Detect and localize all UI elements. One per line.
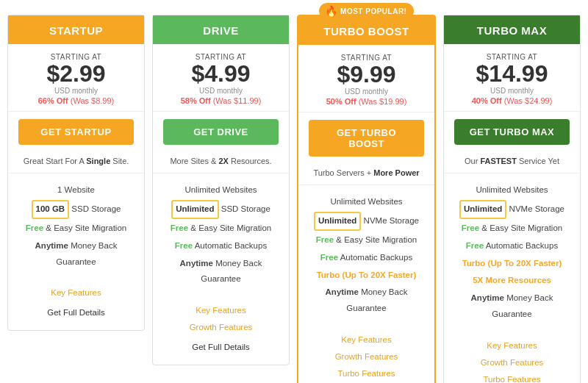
price-period: USD monthly: [15, 87, 137, 95]
plan-link[interactable]: Growth Features: [451, 354, 573, 371]
feature-row: 100 GB SSD Storage: [15, 200, 137, 219]
feature-row: Free & Easy Site Migration: [306, 232, 427, 248]
plan-features-drive: Unlimited WebsitesUnlimited SSD StorageF…: [153, 173, 289, 298]
plan-pricing-turbo-max: STARTING AT $14.99 USD monthly 40% Off (…: [444, 44, 580, 112]
bold-feature: Anytime: [35, 241, 68, 250]
cta-button-turbo-max[interactable]: GET TURBO MAX: [454, 119, 570, 145]
feature-row: Free & Easy Site Migration: [160, 221, 282, 237]
feature-row: Turbo (Up To 20X Faster): [306, 268, 427, 284]
feature-text: Unlimited Websites: [184, 185, 257, 194]
highlight-box: Unlimited: [459, 200, 506, 219]
full-details-link[interactable]: Get Full Details: [15, 304, 137, 321]
free-label: Free: [316, 235, 334, 244]
plan-features-startup: 1 Website100 GB SSD StorageFree & Easy S…: [8, 173, 144, 280]
plan-link[interactable]: Turbo Features: [306, 365, 427, 382]
free-label: Free: [466, 241, 484, 250]
most-popular-label: MOST POPULAR!: [340, 7, 406, 15]
full-details-link[interactable]: Get Full Details: [160, 339, 282, 356]
bold-feature: Anytime: [471, 293, 504, 302]
feature-row: Anytime Money Back Guarantee: [160, 256, 282, 288]
plan-header-drive: DRIVE: [153, 15, 289, 44]
plan-pricing-turbo-boost: STARTING AT $9.99 USD monthly 50% Off (W…: [298, 45, 434, 112]
feature-row: Unlimited NVMe Storage: [306, 212, 427, 231]
plan-link[interactable]: Growth Features: [160, 319, 282, 336]
discount-label: 50% Off (Was $19.99): [306, 97, 427, 106]
free-label: Free: [175, 241, 193, 250]
feature-text: 1 Website: [57, 185, 95, 194]
feature-row: Free Automatic Backups: [451, 238, 573, 254]
most-popular-badge: 🔥 MOST POPULAR!: [319, 3, 415, 19]
plan-link[interactable]: Turbo Features: [451, 371, 573, 383]
pricing-plans: STARTUP STARTING AT $2.99 USD monthly 66…: [7, 15, 581, 383]
feature-row: Free & Easy Site Migration: [15, 221, 137, 237]
plan-card-turbo-boost: 🔥 MOST POPULAR! TURBO BOOST STARTING AT …: [297, 15, 436, 383]
plan-card-startup: STARTUP STARTING AT $2.99 USD monthly 66…: [7, 15, 145, 331]
feature-row: Free & Easy Site Migration: [451, 221, 573, 237]
price-period: USD monthly: [160, 87, 282, 95]
plan-tagline-turbo-max: Our FASTEST Service Yet: [444, 152, 580, 173]
orange-feature: Turbo (Up To 20X Faster): [317, 271, 417, 279]
plan-links-turbo-max: Key FeaturesGrowth FeaturesTurbo Feature…: [444, 333, 580, 383]
price-period: USD monthly: [306, 87, 427, 96]
plan-link[interactable]: Key Features: [15, 284, 137, 301]
orange-feature: 5X More Resources: [473, 276, 551, 284]
plan-price: $2.99: [15, 61, 137, 87]
feature-row: Anytime Money Back Guarantee: [451, 290, 573, 323]
discount-label: 40% Off (Was $24.99): [451, 96, 573, 105]
feature-row: Unlimited Websites: [306, 194, 427, 210]
plan-card-drive: DRIVE STARTING AT $4.99 USD monthly 58% …: [152, 15, 290, 365]
feature-row: Unlimited Websites: [160, 182, 282, 198]
plan-features-turbo-max: Unlimited WebsitesUnlimited NVMe Storage…: [444, 173, 580, 333]
plan-price: $14.99: [451, 61, 573, 87]
free-label: Free: [320, 253, 338, 262]
feature-row: Free Automatic Backups: [306, 250, 427, 266]
plan-pricing-startup: STARTING AT $2.99 USD monthly 66% Off (W…: [8, 44, 144, 112]
feature-text: Unlimited Websites: [476, 185, 548, 194]
plan-price: $9.99: [306, 62, 427, 87]
plan-link[interactable]: Key Features: [160, 302, 282, 319]
plan-features-turbo-boost: Unlimited WebsitesUnlimited NVMe Storage…: [298, 185, 434, 327]
discount-label: 58% Off (Was $11.99): [160, 96, 282, 105]
plan-links-drive: Key FeaturesGrowth FeaturesGet Full Deta…: [153, 298, 289, 365]
free-label: Free: [171, 223, 188, 232]
plan-header-turbo-max: TURBO MAX: [444, 15, 580, 44]
plan-tagline-drive: More Sites & 2X Resources.: [153, 152, 289, 173]
cta-button-startup[interactable]: GET STARTUP: [18, 119, 134, 145]
plan-header-startup: STARTUP: [8, 15, 144, 44]
plan-links-startup: Key FeaturesGet Full Details: [8, 280, 144, 330]
feature-row: Unlimited NVMe Storage: [451, 200, 573, 219]
price-period: USD monthly: [451, 87, 573, 95]
feature-row: Turbo (Up To 20X Faster): [451, 256, 573, 272]
feature-row: Anytime Money Back Guarantee: [306, 284, 427, 317]
discount-label: 66% Off (Was $8.99): [15, 96, 137, 105]
plan-tagline-turbo-boost: Turbo Servers + More Power: [298, 164, 434, 185]
plan-header-turbo-boost: TURBO BOOST: [298, 16, 434, 45]
cta-button-drive[interactable]: GET DRIVE: [163, 119, 279, 145]
plan-link[interactable]: Key Features: [451, 337, 573, 354]
free-label: Free: [26, 223, 43, 232]
fire-icon: 🔥: [325, 5, 338, 17]
plan-card-turbo-max: TURBO MAX STARTING AT $14.99 USD monthly…: [443, 15, 581, 383]
highlight-box: 100 GB: [32, 200, 70, 219]
bold-feature: Anytime: [180, 259, 213, 268]
highlight-box: Unlimited: [171, 200, 218, 219]
plan-price: $4.99: [160, 61, 282, 87]
feature-row: Free Automatic Backups: [160, 238, 282, 254]
bold-feature: Anytime: [326, 287, 359, 296]
feature-text: Unlimited Websites: [330, 197, 402, 206]
plan-link[interactable]: Key Features: [306, 332, 427, 348]
feature-row: Unlimited Websites: [451, 182, 573, 198]
feature-row: 5X More Resources: [451, 273, 573, 289]
plan-pricing-drive: STARTING AT $4.99 USD monthly 58% Off (W…: [153, 44, 289, 112]
orange-feature: Turbo (Up To 20X Faster): [462, 259, 562, 268]
plan-tagline-startup: Great Start For A Single Site.: [8, 152, 144, 173]
cta-button-turbo-boost[interactable]: GET TURBO BOOST: [309, 120, 424, 157]
feature-row: Anytime Money Back Guarantee: [15, 238, 137, 271]
feature-row: Unlimited SSD Storage: [160, 200, 282, 219]
feature-row: 1 Website: [15, 182, 137, 198]
free-label: Free: [462, 223, 479, 232]
plan-links-turbo-boost: Key FeaturesGrowth FeaturesTurbo Feature…: [298, 327, 434, 383]
plan-link[interactable]: Growth Features: [306, 348, 427, 365]
highlight-box: Unlimited: [314, 212, 361, 231]
